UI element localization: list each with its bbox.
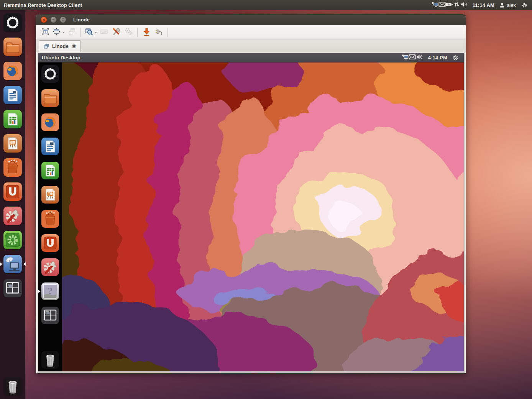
toolbar-icon — [124, 27, 133, 38]
username-label: alex — [507, 2, 516, 8]
toolbar-button-switch-tab-pages[interactable] — [66, 27, 78, 38]
indicator-mail[interactable] — [438, 2, 446, 7]
host-launcher-item-libreoffice-writer[interactable] — [3, 85, 22, 105]
launcher-icon — [41, 210, 59, 228]
host-launcher-item-software-center[interactable] — [3, 158, 22, 177]
window-minimize[interactable]: − — [50, 16, 57, 23]
host-launcher-item-ubuntu-one[interactable] — [3, 182, 22, 201]
remote-launcher-item-libreoffice-writer[interactable] — [41, 137, 59, 156]
tab-linode[interactable]: Linode ✖ — [39, 40, 81, 52]
toolbar-separator — [137, 28, 138, 37]
host-launcher-item-ubuntu-dash[interactable] — [3, 13, 22, 32]
remote-tray-icons — [401, 54, 423, 61]
remote-indicator-mail[interactable] — [409, 54, 416, 60]
window-controls: ×−□ — [41, 16, 66, 23]
dropdown-caret-icon — [95, 32, 97, 34]
toolbar-button-tools[interactable] — [122, 27, 135, 38]
launcher-icon — [3, 255, 22, 274]
remote-launcher-item-software-center[interactable] — [41, 210, 59, 228]
host-launcher-item-libreoffice-impress[interactable] — [3, 134, 22, 153]
launcher-icon: ? — [41, 282, 59, 300]
window-close[interactable]: × — [41, 16, 47, 23]
launcher-icon — [41, 306, 59, 325]
host-tray-icons — [431, 2, 468, 8]
remote-launcher-item-firefox[interactable] — [41, 113, 59, 131]
toolbar-icon: 1 — [41, 27, 50, 38]
tab-close-icon[interactable]: ✖ — [72, 43, 76, 49]
toolbar-icon — [84, 27, 93, 38]
toolbar-icon — [154, 27, 163, 38]
svg-text:1: 1 — [44, 30, 46, 33]
launcher-icon — [3, 230, 22, 250]
remote-indicator-remote-desktop[interactable] — [401, 54, 409, 60]
remote-launcher-item-ubuntu-one[interactable] — [41, 234, 59, 252]
launcher-icon — [41, 258, 59, 276]
toolbar-icon — [112, 27, 121, 38]
toolbar-separator — [167, 28, 168, 37]
toolbar-button-fullscreen[interactable] — [51, 27, 66, 38]
session-gear-icon[interactable] — [521, 2, 528, 8]
launcher-icon — [41, 137, 59, 156]
toolbar-button-minimize-window[interactable] — [140, 27, 153, 38]
host-launcher-item-software-updater[interactable] — [3, 230, 22, 250]
remote-launcher-item-system-settings[interactable] — [41, 258, 59, 276]
remote-session-viewport: Ubuntu Desktop 4:14 PM — [37, 52, 465, 372]
toolbar-button-grab-keyboard[interactable] — [98, 27, 110, 38]
launcher-icon — [3, 37, 22, 56]
remote-launcher-item-home-folder[interactable] — [41, 89, 59, 107]
host-launcher-item-firefox[interactable] — [3, 61, 22, 80]
remote-indicator-area: 4:14 PM — [401, 54, 459, 61]
host-launcher-item-remmina[interactable] — [3, 255, 22, 274]
toolbar-button-disconnect[interactable] — [153, 27, 165, 38]
host-launcher-item-workspace-switcher[interactable] — [3, 279, 22, 298]
remote-launcher-item-workspace-switcher[interactable] — [41, 306, 59, 325]
launcher-icon — [3, 110, 22, 129]
window-title: Linode — [73, 17, 90, 23]
remote-launcher-item-help[interactable]: ? — [41, 282, 59, 300]
launcher-icon — [3, 61, 22, 80]
user-menu[interactable]: alex — [499, 2, 516, 8]
remote-launcher-item-trash[interactable] — [41, 351, 59, 369]
remote-launcher-item-libreoffice-impress[interactable] — [41, 186, 59, 204]
window-maximize[interactable]: □ — [60, 16, 66, 23]
launcher-icon — [3, 85, 22, 105]
indicator-battery[interactable] — [446, 2, 453, 7]
toolbar-button-preferences[interactable] — [110, 27, 122, 38]
remote-indicator-volume[interactable] — [416, 54, 423, 60]
remote-unity-launcher: ? — [38, 62, 62, 371]
host-desktop-wallpaper: Remmina Remote Desktop Client 11:14 AM a… — [0, 0, 532, 399]
toolbar-button-resize-to-fit[interactable]: 1 — [39, 27, 51, 38]
indicator-volume[interactable] — [460, 2, 468, 7]
indicator-remote-desktop[interactable] — [431, 2, 438, 7]
window-titlebar[interactable]: ×−□ Linode — [36, 15, 466, 25]
launcher-icon — [41, 65, 59, 83]
toolbar-button-scaled-mode[interactable] — [84, 27, 98, 38]
toolbar-icon — [67, 27, 76, 38]
launcher-icon — [3, 158, 22, 177]
remote-clock[interactable]: 4:14 PM — [428, 55, 447, 61]
launcher-icon — [3, 182, 22, 201]
host-launcher-item-trash[interactable] — [3, 377, 22, 396]
launcher-icon — [41, 113, 59, 131]
host-launcher-item-home-folder[interactable] — [3, 37, 22, 56]
person-icon — [499, 2, 505, 8]
toolbar-separator — [80, 28, 81, 37]
launcher-icon — [41, 161, 59, 180]
remote-launcher-item-ubuntu-dash[interactable] — [41, 65, 59, 83]
remote-launcher-item-libreoffice-calc[interactable] — [41, 161, 59, 180]
launcher-icon — [3, 206, 22, 225]
remote-session-gear-icon[interactable] — [452, 55, 459, 61]
posterized-wallpaper-art — [62, 62, 464, 371]
remote-desktop-wallpaper[interactable] — [62, 62, 464, 371]
tab-windows-icon — [43, 43, 49, 49]
host-launcher-item-system-settings[interactable] — [3, 206, 22, 225]
indicator-network-sync[interactable] — [453, 2, 460, 7]
active-app-title: Remmina Remote Desktop Client — [4, 2, 82, 8]
host-launcher-item-libreoffice-calc[interactable] — [3, 110, 22, 129]
launcher-icon — [3, 13, 22, 32]
toolbar-icon — [52, 27, 61, 38]
dropdown-caret-icon — [62, 32, 65, 34]
launcher-icon — [41, 234, 59, 252]
launcher-icon — [3, 377, 22, 396]
host-clock[interactable]: 11:14 AM — [473, 2, 494, 8]
